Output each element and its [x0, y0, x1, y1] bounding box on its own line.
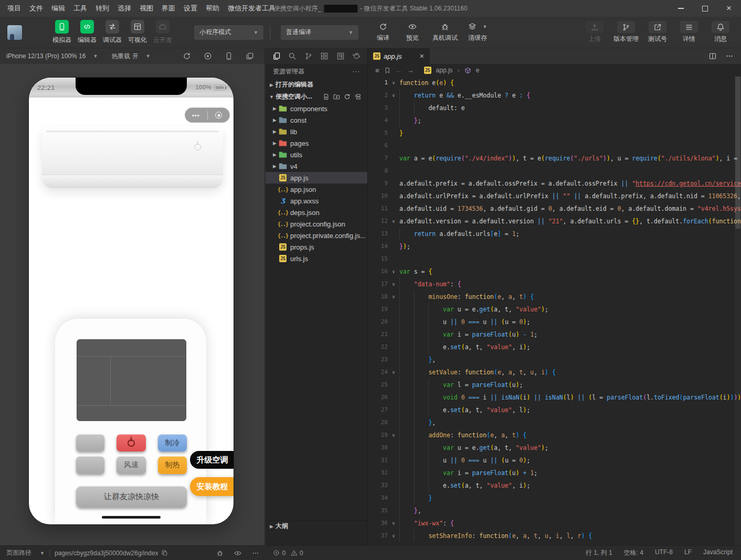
toolbar-button-可视化[interactable]: 可视化 [125, 20, 150, 45]
menu-item-转到[interactable]: 转到 [91, 0, 113, 17]
fold-icon[interactable]: ∨ [388, 366, 399, 379]
action-button-清缓存[interactable]: ▼清缓存 [464, 23, 491, 42]
code-line-29[interactable]: 29∨ addOne: function(e, a, t) { [368, 429, 741, 441]
code-line-25[interactable]: 25 var l = parseFloat(u); [368, 379, 741, 391]
bookmark-icon[interactable] [384, 67, 391, 74]
status-item[interactable]: 空格: 4 [624, 548, 643, 557]
code-line-26[interactable]: 26 void 0 === i || isNaN(i) || isNaN(l) … [368, 391, 741, 404]
outline-list-icon[interactable]: ≡ [375, 67, 379, 74]
device-selector[interactable]: iPhone 12/13 (Pro) 100% 16 [6, 52, 86, 60]
tree-file-project.private.config.js...[interactable]: {..}project.private.config.js... [266, 230, 367, 241]
code-line-33[interactable]: 33 e.set(a, t, "value", i); [368, 479, 741, 492]
dropdown-小程序模式[interactable]: 小程序模式▼ [194, 25, 263, 40]
code-line-5[interactable]: 5} [368, 127, 741, 139]
toolbar-button-消息[interactable]: 消息 [707, 21, 734, 44]
fold-icon[interactable]: ∨ [388, 290, 399, 303]
menu-item-微信开发者工具[interactable]: 微信开发者工具 [224, 0, 280, 17]
code-line-15[interactable]: 15 [368, 253, 741, 265]
breadcrumb-symbol[interactable]: e [476, 67, 480, 74]
more-icon[interactable] [725, 52, 734, 60]
fold-icon[interactable]: ∨ [388, 278, 399, 290]
close-tab-icon[interactable]: × [420, 52, 424, 60]
new-file-icon[interactable] [323, 93, 330, 100]
toolbar-button-上传[interactable]: 上传 [581, 21, 608, 44]
maximize-button[interactable] [693, 0, 717, 17]
code-line-4[interactable]: 4 }; [368, 114, 741, 127]
scrollbar-thumb[interactable] [735, 77, 740, 229]
code-line-10[interactable]: 10a.default.urlPrefix = a.default.urlPre… [368, 190, 741, 202]
toolbar-button-模拟器[interactable]: 模拟器 [49, 20, 75, 45]
code-line-31[interactable]: 31 u || 0 === u || (u = 0); [368, 454, 741, 467]
code-line-37[interactable]: 37∨ setShareInfo: function(e, a, t, u, i… [368, 530, 741, 542]
code-line-23[interactable]: 23 }, [368, 353, 741, 366]
more-icon[interactable]: ••• [185, 112, 207, 119]
code-line-16[interactable]: 16∨var s = { [368, 265, 741, 278]
code-line-14[interactable]: 14}); [368, 240, 741, 253]
nav-forward-icon[interactable]: → [407, 67, 414, 74]
power-button[interactable] [117, 434, 146, 451]
menu-item-设置[interactable]: 设置 [179, 0, 202, 17]
code-line-13[interactable]: 13 return a.default.urls[e] = 1; [368, 228, 741, 240]
status-item[interactable]: LF [684, 548, 692, 557]
code-line-21[interactable]: 21 var i = parseFloat(u) - 1; [368, 328, 741, 341]
bug-icon[interactable] [216, 550, 224, 557]
tree-folder-components[interactable]: ▶components [266, 103, 367, 114]
code-line-34[interactable]: 34 } [368, 492, 741, 504]
toolbar-button-云开发[interactable]: 云开发 [150, 20, 175, 45]
dropdown-普通编译[interactable]: 普通编译▼ [281, 25, 358, 40]
code-line-27[interactable]: 27 e.set(a, t, "value", l); [368, 404, 741, 416]
section-project-root[interactable]: ▼ 便携空调小... [266, 91, 367, 103]
status-item[interactable]: UTF-8 [655, 548, 673, 557]
toolbar-button-调试器[interactable]: 调试器 [100, 20, 125, 45]
capsule-close-icon[interactable] [208, 112, 230, 119]
menu-item-项目[interactable]: 项目 [3, 0, 25, 17]
tree-folder-lib[interactable]: ▶lib [266, 126, 367, 137]
toolbar-button-版本管理[interactable]: 版本管理 [613, 21, 639, 44]
upgrade-ac-button[interactable]: 升级空调 [190, 451, 234, 469]
problems-indicator[interactable]: 0 0 [273, 550, 303, 557]
menu-item-帮助[interactable]: 帮助 [202, 0, 224, 17]
editor-scrollbar[interactable] [735, 77, 741, 545]
fold-icon[interactable]: ∨ [388, 215, 399, 228]
grid-icon[interactable] [320, 52, 329, 60]
fold-icon[interactable]: ∨ [388, 429, 399, 441]
share-button[interactable]: 让群友凉快凉快 [76, 486, 187, 508]
tree-file-props.js[interactable]: JSprops.js [266, 241, 367, 253]
code-line-2[interactable]: 2∨ return e && e.__esModule ? e : { [368, 89, 741, 102]
code-area[interactable]: 1∨function e(e) {2∨ return e && e.__esMo… [368, 77, 741, 545]
teapot-icon[interactable] [352, 52, 361, 60]
tree-file-project.config.json[interactable]: {..}project.config.json [266, 218, 367, 230]
nav-back-icon[interactable]: ← [396, 67, 403, 74]
new-folder-icon[interactable] [333, 93, 340, 100]
code-line-12[interactable]: 12∨a.default.version = a.default.version… [368, 215, 741, 228]
windows-icon[interactable] [246, 52, 254, 60]
code-line-30[interactable]: 30 var u = e.get(a, t, "value"); [368, 441, 741, 454]
branch-icon[interactable] [304, 52, 313, 60]
tree-folder-const[interactable]: ▶const [266, 114, 367, 126]
tree-folder-utils[interactable]: ▶utils [266, 149, 367, 160]
fold-icon[interactable]: ∨ [388, 265, 399, 278]
action-button-预览[interactable]: 预览 [399, 23, 426, 42]
code-line-1[interactable]: 1∨function e(e) { [368, 77, 741, 89]
code-line-32[interactable]: 32 var i = parseFloat(u) + 1; [368, 467, 741, 479]
fold-icon[interactable]: ∨ [388, 89, 399, 102]
fold-icon[interactable]: ∨ [388, 517, 399, 530]
code-line-7[interactable]: 7var a = e(require("./v4/index")), t = e… [368, 152, 741, 165]
breadcrumb-file[interactable]: app.js [436, 67, 453, 74]
code-line-11[interactable]: 11a.default.uid = 1734536, a.default.gid… [368, 202, 741, 215]
toolbar-button-详情[interactable]: 详情 [676, 21, 702, 44]
split-editor-icon[interactable] [708, 52, 717, 60]
code-line-24[interactable]: 24∨ setValue: function(e, a, t, u, i) { [368, 366, 741, 379]
code-line-8[interactable]: 8 [368, 165, 741, 177]
action-button-真机调试[interactable]: 真机调试 [429, 23, 461, 42]
tree-file-app.wxss[interactable]: Ʒapp.wxss [266, 195, 367, 207]
cool-button[interactable]: 制冷 [158, 434, 187, 451]
tree-file-deps.json[interactable]: {..}deps.json [266, 207, 367, 218]
code-line-17[interactable]: 17∨ "data-num": { [368, 278, 741, 290]
menu-item-编辑[interactable]: 编辑 [47, 0, 69, 17]
outline-section[interactable]: ▶ 大纲 [266, 520, 367, 532]
collapse-icon[interactable] [354, 93, 361, 100]
toolbar-button-编辑器[interactable]: 编辑器 [75, 20, 100, 45]
more-icon[interactable]: ··· [352, 68, 360, 75]
fold-icon[interactable]: ∨ [388, 77, 399, 89]
